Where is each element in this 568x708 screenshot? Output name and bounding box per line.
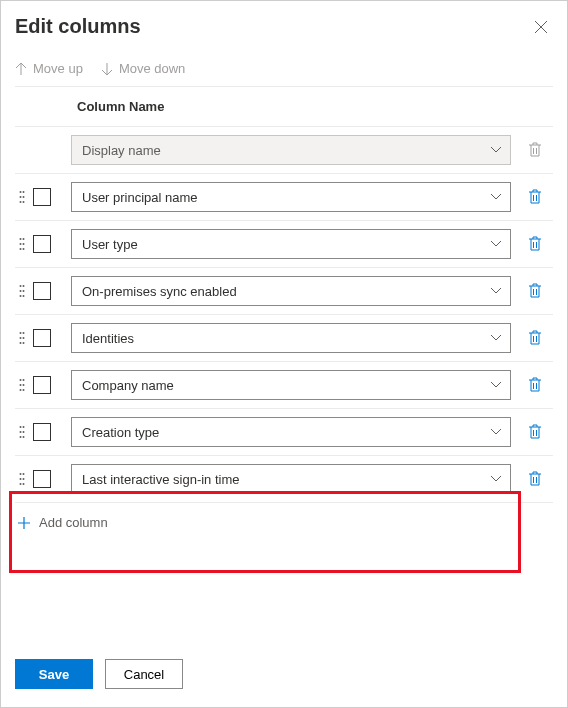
chevron-down-icon <box>490 475 502 483</box>
column-row: Identities <box>15 315 553 362</box>
drag-handle[interactable] <box>15 425 29 439</box>
delete-row-button[interactable] <box>521 236 549 252</box>
delete-locked-button <box>521 142 549 158</box>
svg-point-19 <box>23 332 25 334</box>
svg-point-14 <box>20 290 22 292</box>
column-select-label: Creation type <box>82 425 159 440</box>
svg-point-28 <box>20 389 22 391</box>
chevron-down-icon <box>490 146 502 154</box>
column-select[interactable]: Creation type <box>71 417 511 447</box>
row-checkbox[interactable] <box>33 329 51 347</box>
svg-point-27 <box>23 384 25 386</box>
row-checkbox[interactable] <box>33 470 51 488</box>
svg-point-36 <box>20 473 22 475</box>
plus-icon <box>17 516 31 530</box>
svg-point-26 <box>20 384 22 386</box>
delete-row-button[interactable] <box>521 471 549 487</box>
delete-row-button[interactable] <box>521 424 549 440</box>
svg-point-4 <box>20 201 22 203</box>
drag-icon <box>19 425 25 439</box>
row-checkbox[interactable] <box>33 423 51 441</box>
svg-point-37 <box>23 473 25 475</box>
column-row: On-premises sync enabled <box>15 268 553 315</box>
trash-icon <box>528 142 542 158</box>
save-button[interactable]: Save <box>15 659 93 689</box>
panel-header: Edit columns <box>15 15 553 39</box>
column-select[interactable]: User type <box>71 229 511 259</box>
svg-point-40 <box>20 483 22 485</box>
column-name-header: Column Name <box>73 99 521 114</box>
svg-point-33 <box>23 431 25 433</box>
column-select[interactable]: Company name <box>71 370 511 400</box>
drag-handle[interactable] <box>15 378 29 392</box>
column-select[interactable]: On-premises sync enabled <box>71 276 511 306</box>
drag-handle[interactable] <box>15 190 29 204</box>
drag-handle[interactable] <box>15 331 29 345</box>
column-row: Last interactive sign-in time <box>15 456 553 503</box>
delete-row-button[interactable] <box>521 377 549 393</box>
column-row: User type <box>15 221 553 268</box>
move-down-button[interactable]: Move down <box>101 61 185 76</box>
trash-icon <box>528 377 542 393</box>
column-select[interactable]: Identities <box>71 323 511 353</box>
locked-column-label: Display name <box>82 143 161 158</box>
trash-icon <box>528 283 542 299</box>
column-select[interactable]: User principal name <box>71 182 511 212</box>
svg-point-15 <box>23 290 25 292</box>
svg-point-1 <box>23 191 25 193</box>
svg-point-7 <box>23 238 25 240</box>
svg-point-41 <box>23 483 25 485</box>
add-column-button[interactable]: Add column <box>15 503 553 542</box>
chevron-down-icon <box>490 334 502 342</box>
svg-point-17 <box>23 295 25 297</box>
svg-point-35 <box>23 436 25 438</box>
trash-icon <box>528 471 542 487</box>
delete-row-button[interactable] <box>521 330 549 346</box>
svg-point-38 <box>20 478 22 480</box>
svg-point-11 <box>23 248 25 250</box>
columns-body: Column Name Display name User principal … <box>15 87 553 649</box>
row-checkbox[interactable] <box>33 188 51 206</box>
trash-icon <box>528 330 542 346</box>
svg-point-39 <box>23 478 25 480</box>
delete-row-button[interactable] <box>521 283 549 299</box>
svg-point-12 <box>20 285 22 287</box>
column-select-label: On-premises sync enabled <box>82 284 237 299</box>
svg-point-18 <box>20 332 22 334</box>
move-up-button[interactable]: Move up <box>15 61 83 76</box>
add-column-label: Add column <box>39 515 108 530</box>
svg-point-22 <box>20 342 22 344</box>
drag-icon <box>19 190 25 204</box>
trash-icon <box>528 189 542 205</box>
chevron-down-icon <box>490 193 502 201</box>
edit-columns-panel: Edit columns Move up Move down Column Na… <box>0 0 568 708</box>
column-select[interactable]: Last interactive sign-in time <box>71 464 511 494</box>
row-checkbox[interactable] <box>33 282 51 300</box>
arrow-up-icon <box>15 62 27 76</box>
drag-icon <box>19 378 25 392</box>
drag-handle[interactable] <box>15 237 29 251</box>
table-header-row: Column Name <box>15 87 553 127</box>
delete-row-button[interactable] <box>521 189 549 205</box>
cancel-button[interactable]: Cancel <box>105 659 183 689</box>
drag-icon <box>19 331 25 345</box>
toolbar: Move up Move down <box>15 61 553 87</box>
row-checkbox[interactable] <box>33 235 51 253</box>
svg-point-16 <box>20 295 22 297</box>
svg-point-13 <box>23 285 25 287</box>
svg-point-2 <box>20 196 22 198</box>
close-icon <box>534 20 548 34</box>
panel-footer: Save Cancel <box>15 649 553 689</box>
drag-handle[interactable] <box>15 472 29 486</box>
svg-point-5 <box>23 201 25 203</box>
close-button[interactable] <box>529 15 553 39</box>
svg-point-6 <box>20 238 22 240</box>
svg-point-8 <box>20 243 22 245</box>
chevron-down-icon <box>490 240 502 248</box>
column-row: User principal name <box>15 174 553 221</box>
drag-handle[interactable] <box>15 284 29 298</box>
row-checkbox[interactable] <box>33 376 51 394</box>
drag-icon <box>19 284 25 298</box>
column-select-label: User type <box>82 237 138 252</box>
move-up-label: Move up <box>33 61 83 76</box>
